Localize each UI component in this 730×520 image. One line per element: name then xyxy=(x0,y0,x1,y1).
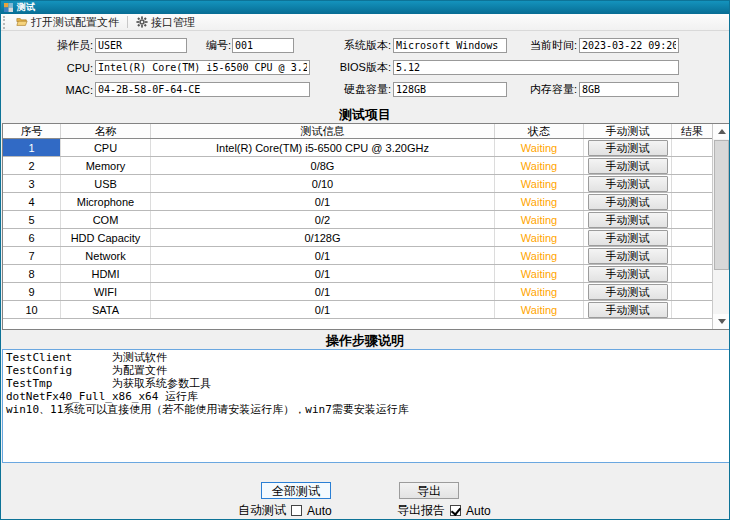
operator-input[interactable] xyxy=(95,38,187,53)
operator-label: 操作员: xyxy=(29,38,93,53)
manual-test-button[interactable]: 手动测试 xyxy=(588,230,668,246)
row-status-text: Waiting xyxy=(495,193,584,210)
row-number-cell[interactable]: 5 xyxy=(3,211,61,228)
row-result-cell xyxy=(672,229,712,246)
export-report-checkbox[interactable] xyxy=(450,505,461,516)
col-header-manual[interactable]: 手动测试 xyxy=(584,124,672,138)
col-header-no[interactable]: 序号 xyxy=(3,124,61,138)
col-header-result[interactable]: 结果 xyxy=(672,124,712,138)
scroll-down-icon xyxy=(718,319,726,324)
manual-test-button[interactable]: 手动测试 xyxy=(588,212,668,228)
manual-test-button[interactable]: 手动测试 xyxy=(588,158,668,174)
test-items-table: 序号 名称 测试信息 状态 手动测试 结果 1 CPU Intel(R) Cor… xyxy=(2,123,730,330)
title-bar[interactable]: 测试 xyxy=(1,1,729,14)
row-number-cell[interactable]: 3 xyxy=(3,175,61,192)
test-table-body: 1 CPU Intel(R) Core(TM) i5-6500 CPU @ 3.… xyxy=(3,139,712,319)
row-number-cell[interactable]: 6 xyxy=(3,229,61,246)
table-row[interactable]: 7 Network 0/1 Waiting 手动测试 xyxy=(3,247,712,265)
table-row[interactable]: 9 WIFI 0/1 Waiting 手动测试 xyxy=(3,283,712,301)
instructions-text: TestClient 为测试软件 TestConfig 为配置文件 TestTm… xyxy=(6,351,726,416)
row-number-cell[interactable]: 1 xyxy=(3,139,61,156)
col-header-info[interactable]: 测试信息 xyxy=(151,124,495,138)
row-number-cell[interactable]: 7 xyxy=(3,247,61,264)
table-row[interactable]: 6 HDD Capacity 0/128G Waiting 手动测试 xyxy=(3,229,712,247)
cpu-input[interactable] xyxy=(95,60,310,75)
row-info-cell: 0/1 xyxy=(151,283,495,300)
interface-mgmt-button[interactable]: 接口管理 xyxy=(130,15,201,30)
row-info-cell: 0/1 xyxy=(151,265,495,282)
row-name-cell: USB xyxy=(61,175,151,192)
row-number-cell[interactable]: 4 xyxy=(3,193,61,210)
instructions-box[interactable]: TestClient 为测试软件 TestConfig 为配置文件 TestTm… xyxy=(2,349,730,463)
row-status-text: Waiting xyxy=(495,175,584,192)
system-info-form: 操作员: 编号: 系统版本: 当前时间: CPU: BIOS版本: MAC: xyxy=(1,31,729,106)
row-info-cell: 0/1 xyxy=(151,193,495,210)
row-number-cell[interactable]: 2 xyxy=(3,157,61,174)
manual-test-button[interactable]: 手动测试 xyxy=(588,248,668,264)
row-manual-test-cell: 手动测试 xyxy=(584,175,672,192)
row-result-cell xyxy=(672,139,712,156)
manual-test-button[interactable]: 手动测试 xyxy=(588,140,668,156)
manual-test-button[interactable]: 手动测试 xyxy=(588,194,668,210)
row-number-cell[interactable]: 8 xyxy=(3,265,61,282)
manual-test-button[interactable]: 手动测试 xyxy=(588,284,668,300)
scroll-down-button[interactable] xyxy=(713,314,730,329)
row-info-cell: 0/1 xyxy=(151,301,495,318)
manual-test-button[interactable]: 手动测试 xyxy=(588,302,668,318)
number-input[interactable] xyxy=(232,38,294,53)
bios-version-input[interactable] xyxy=(393,60,679,75)
row-manual-test-cell: 手动测试 xyxy=(584,247,672,264)
scrollbar-thumb[interactable] xyxy=(714,140,729,270)
auto-test-group: 自动测试 Auto xyxy=(238,503,332,518)
row-status-text: Waiting xyxy=(495,247,584,264)
col-header-name[interactable]: 名称 xyxy=(61,124,151,138)
col-header-status[interactable]: 状态 xyxy=(495,124,584,138)
table-scrollbar[interactable] xyxy=(712,124,729,329)
os-version-input[interactable] xyxy=(393,38,507,53)
row-info-cell: 0/128G xyxy=(151,229,495,246)
row-manual-test-cell: 手动测试 xyxy=(584,265,672,282)
table-row[interactable]: 3 USB 0/10 Waiting 手动测试 xyxy=(3,175,712,193)
table-row[interactable]: 2 Memory 0/8G Waiting 手动测试 xyxy=(3,157,712,175)
table-header: 序号 名称 测试信息 状态 手动测试 结果 xyxy=(3,124,712,139)
ram-capacity-label: 内存容量: xyxy=(513,82,577,97)
row-name-cell: Memory xyxy=(61,157,151,174)
os-version-label: 系统版本: xyxy=(325,38,391,53)
table-row[interactable]: 4 Microphone 0/1 Waiting 手动测试 xyxy=(3,193,712,211)
row-name-cell: Network xyxy=(61,247,151,264)
scroll-up-button[interactable] xyxy=(713,124,730,139)
row-name-cell: CPU xyxy=(61,139,151,156)
table-row[interactable]: 1 CPU Intel(R) Core(TM) i5-6500 CPU @ 3.… xyxy=(3,139,712,157)
mac-label: MAC: xyxy=(29,84,93,96)
row-manual-test-cell: 手动测试 xyxy=(584,229,672,246)
bios-version-label: BIOS版本: xyxy=(325,60,391,75)
manual-test-button[interactable]: 手动测试 xyxy=(588,176,668,192)
row-result-cell xyxy=(672,247,712,264)
row-number-cell[interactable]: 9 xyxy=(3,283,61,300)
hdd-capacity-input[interactable] xyxy=(393,82,507,97)
manual-test-button[interactable]: 手动测试 xyxy=(588,266,668,282)
current-time-input[interactable] xyxy=(579,38,679,53)
open-config-button[interactable]: 打开测试配置文件 xyxy=(10,15,125,30)
test-all-button[interactable]: 全部测试 xyxy=(261,482,331,499)
row-status-text: Waiting xyxy=(495,229,584,246)
interface-mgmt-label: 接口管理 xyxy=(151,15,195,30)
export-button[interactable]: 导出 xyxy=(399,482,459,499)
row-number-cell[interactable]: 10 xyxy=(3,301,61,318)
cpu-label: CPU: xyxy=(29,62,93,74)
row-manual-test-cell: 手动测试 xyxy=(584,301,672,318)
row-manual-test-cell: 手动测试 xyxy=(584,139,672,156)
mac-input[interactable] xyxy=(95,82,310,97)
table-row[interactable]: 8 HDMI 0/1 Waiting 手动测试 xyxy=(3,265,712,283)
number-label: 编号: xyxy=(195,38,231,53)
row-manual-test-cell: 手动测试 xyxy=(584,211,672,228)
row-name-cell: COM xyxy=(61,211,151,228)
ram-capacity-input[interactable] xyxy=(579,82,679,97)
row-name-cell: WIFI xyxy=(61,283,151,300)
auto-test-checkbox[interactable] xyxy=(291,505,302,516)
row-manual-test-cell: 手动测试 xyxy=(584,193,672,210)
table-row[interactable]: 10 SATA 0/1 Waiting 手动测试 xyxy=(3,301,712,319)
table-row[interactable]: 5 COM 0/2 Waiting 手动测试 xyxy=(3,211,712,229)
row-name-cell: HDMI xyxy=(61,265,151,282)
row-info-cell: 0/10 xyxy=(151,175,495,192)
